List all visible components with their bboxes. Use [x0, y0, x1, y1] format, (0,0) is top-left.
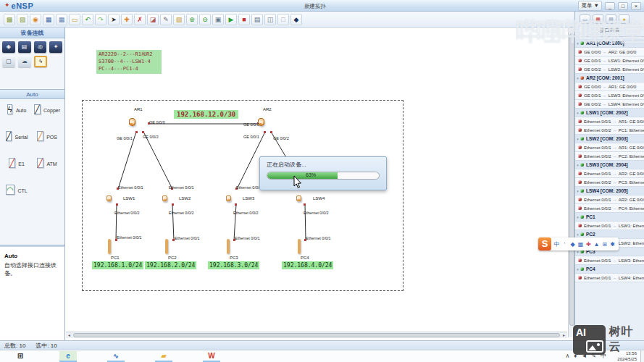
panel-capture-icon[interactable]: ▤ — [606, 14, 616, 24]
delete-icon[interactable]: ✗ — [134, 14, 146, 25]
print-icon[interactable]: ▭ — [69, 14, 80, 25]
topo-mirror-icon[interactable]: ◫ — [264, 14, 276, 25]
open-icon[interactable]: ◉ — [30, 14, 41, 25]
topology-note[interactable]: AR2220--2---R1和R2S3700--4---LSW1-4PC--4-… — [96, 50, 162, 74]
link-type-pos[interactable]: ╱ POS — [32, 129, 62, 156]
link-type-auto[interactable]: ϟ Auto — [1, 102, 32, 129]
canvas-horizontal-scrollbar[interactable]: ◂ ▸ — [66, 332, 567, 338]
hscroll-left-arrow-icon[interactable]: ◂ — [66, 332, 72, 338]
taskbar-wps-icon[interactable]: W — [203, 351, 220, 362]
category-switch-icon[interactable]: ▤ — [18, 41, 31, 53]
device-tree-row[interactable]: ▾ LSW1 [COM: 2002] — [575, 109, 644, 117]
tray-expand-icon[interactable]: ∧ — [565, 353, 569, 359]
link-subnet-label[interactable]: 192.168.12.0/30 — [174, 110, 238, 119]
port-tree-row[interactable]: GE 0/0/1 ↔ LSW3: Ethernet 0/0/1 — [575, 91, 644, 100]
palette-icon[interactable]: ▧ — [173, 14, 185, 25]
zoom-out-icon[interactable]: ⊖ — [199, 14, 211, 25]
canvas-vertical-scrollbar[interactable] — [568, 28, 574, 337]
device-tree-row[interactable]: ▾ LSW2 [COM: 2003] — [575, 135, 644, 143]
sogou-punct-icon[interactable]: ’ — [561, 241, 569, 248]
sogou-tools-icon[interactable]: ✱ — [609, 241, 616, 248]
port-tree-row[interactable]: GE 0/0/1 ↔ LSW1: Ethernet 0/0/1 — [575, 56, 644, 65]
port-tree-row[interactable]: Ethernet 0/0/2 ↔ PC3: Ethernet 0/0/1 — [575, 178, 644, 187]
expander-icon[interactable]: ▾ — [575, 232, 580, 237]
port-tree-row[interactable]: Ethernet 0/0/1 ↔ LSW3: Ethernet 0/0/2 — [575, 256, 644, 265]
select-icon[interactable]: ➤ — [108, 14, 120, 25]
category-connection-icon[interactable]: ϟ — [34, 56, 47, 67]
zoom-in-icon[interactable]: ⊕ — [186, 14, 198, 25]
tray-mic-icon[interactable]: ♦ — [574, 353, 577, 359]
expander-icon[interactable]: ▾ — [575, 163, 580, 167]
expander-icon[interactable]: ▾ — [575, 41, 580, 46]
redo-icon[interactable]: ↷ — [95, 14, 106, 25]
console-dark-icon[interactable]: ◆ — [290, 14, 302, 25]
port-tree-row[interactable]: Ethernet 0/0/1 ↔ AR2: GE 0/0/1 — [575, 169, 644, 178]
panel-console-icon[interactable]: ▭ — [580, 14, 590, 24]
port-tree-row[interactable]: Ethernet 0/0/1 ↔ AR1: GE 0/0/2 — [575, 143, 644, 152]
vscroll-thumb[interactable] — [569, 33, 574, 326]
switch-node[interactable]: ═ LSW3 — [226, 190, 231, 205]
sogou-skin-icon[interactable]: ✚ — [585, 241, 593, 248]
restore-button[interactable]: □ — [618, 2, 628, 10]
subnet-label[interactable]: 192.168.4.0/24 — [282, 261, 333, 269]
switch-node[interactable]: ═ LSW2 — [162, 190, 167, 205]
switch-node[interactable]: ═ LSW1 — [106, 190, 112, 205]
taskbar-folder-icon[interactable]: ▰ — [155, 351, 172, 362]
tray-volume-icon[interactable]: ◄ — [581, 353, 587, 359]
category-wlan-icon[interactable]: ◎ — [34, 41, 47, 53]
link-type-e1[interactable]: ╱ E1 — [1, 156, 32, 182]
blank-page-icon[interactable]: □ — [277, 14, 289, 25]
capture-icon[interactable]: ▤ — [251, 14, 263, 25]
port-tree-row[interactable]: Ethernet 0/0/2 ↔ PC2: Ethernet 0/0/1 — [575, 152, 644, 161]
undo-icon[interactable]: ↶ — [82, 14, 93, 25]
port-tree-row[interactable]: Ethernet 0/0/1 ↔ LSW4: Ethernet 0/0/2 — [575, 274, 644, 282]
port-tree-row[interactable]: GE 0/0/2 ↔ LSW2: Ethernet 0/0/1 — [575, 65, 644, 74]
sogou-travel-icon[interactable]: ▲ — [593, 241, 601, 248]
sogou-input-bar[interactable]: S 中 ’ ◆ ▦ ✚ ▲ ⊞ ✱ — [538, 237, 619, 251]
text-note-icon[interactable]: ✎ — [160, 14, 172, 25]
port-tree-row[interactable]: Ethernet 0/0/2 ↔ PC1: Ethernet 0/0/1 — [575, 126, 644, 135]
expander-icon[interactable]: ▾ — [575, 111, 580, 115]
sogou-grid-icon[interactable]: ⊞ — [601, 241, 609, 248]
sogou-keyboard-icon[interactable]: ▦ — [577, 241, 585, 248]
link-type-copper[interactable]: ╱ Copper — [32, 102, 62, 129]
sogou-mic-icon[interactable]: ◆ — [569, 241, 577, 248]
taskbar-ensp-icon[interactable]: ∿ — [107, 351, 125, 362]
port-tree-row[interactable]: Ethernet 0/0/1 ↔ AR2: GE 0/0/2 — [575, 195, 644, 204]
move-icon[interactable]: ✚ — [121, 14, 133, 25]
menu-button[interactable]: 菜单 ▼ — [578, 1, 602, 11]
start-device-icon[interactable]: ▶ — [225, 14, 237, 25]
pc-node[interactable]: PC2 — [165, 240, 172, 253]
category-firewall-icon[interactable]: ✦ — [49, 41, 62, 53]
subnet-label[interactable]: 192.168.3.0/24 — [208, 261, 259, 269]
eraser-icon[interactable]: ◪ — [147, 14, 159, 25]
link-type-ctl[interactable]: ◠ CTL — [1, 182, 32, 209]
taskbar-clock[interactable]: 13:56 2024/5/25 — [617, 351, 637, 362]
port-tree-row[interactable]: Ethernet 0/0/2 ↔ PC4: Ethernet 0/0/1 — [575, 204, 644, 213]
hscroll-right-arrow-icon[interactable]: ▸ — [561, 332, 567, 338]
expander-icon[interactable]: ▾ — [575, 76, 580, 80]
save-icon[interactable]: ▦ — [43, 14, 54, 25]
category-other-icon[interactable]: ☁ — [18, 56, 31, 67]
expander-icon[interactable]: ▾ — [575, 137, 580, 141]
link-type-atm[interactable]: ╱ ATM — [32, 156, 62, 182]
device-tree-row[interactable]: ▾ LSW3 [COM: 2004] — [575, 161, 644, 169]
start-button[interactable]: ⊞ — [12, 351, 29, 362]
expander-icon[interactable]: ▾ — [575, 189, 580, 193]
port-tree-row[interactable]: Ethernet 0/0/1 ↔ LSW1: Ethernet 0/0/2 — [575, 222, 644, 230]
tray-ime-icon[interactable]: 中 — [601, 352, 606, 360]
device-tree-row[interactable]: ▾ PC4 — [575, 265, 644, 274]
sogou-logo-icon[interactable]: S — [538, 237, 551, 251]
hscroll-thumb[interactable] — [73, 333, 560, 337]
device-tree-row[interactable]: ▾ LSW4 [COM: 2005] — [575, 187, 644, 195]
category-terminal-icon[interactable]: ▢ — [2, 56, 15, 67]
port-tree-row[interactable]: GE 0/0/0 ↔ AR1: GE 0/0/0 — [575, 83, 644, 91]
switch-node[interactable]: ═ LSW4 — [296, 190, 301, 205]
minimize-button[interactable]: _ — [605, 2, 615, 10]
device-tree-row[interactable]: ▾ AR2 [COM: 2001] — [575, 74, 644, 83]
panel-grid-icon[interactable]: ▦ — [593, 14, 603, 24]
subnet-label[interactable]: 192.168.1.0/24 — [92, 261, 143, 269]
taskbar-ie-icon[interactable]: e — [59, 351, 77, 362]
sogou-zh-icon[interactable]: 中 — [553, 240, 561, 248]
port-tree-row[interactable]: GE 0/0/0 ↔ AR2: GE 0/0/0 — [575, 48, 644, 56]
